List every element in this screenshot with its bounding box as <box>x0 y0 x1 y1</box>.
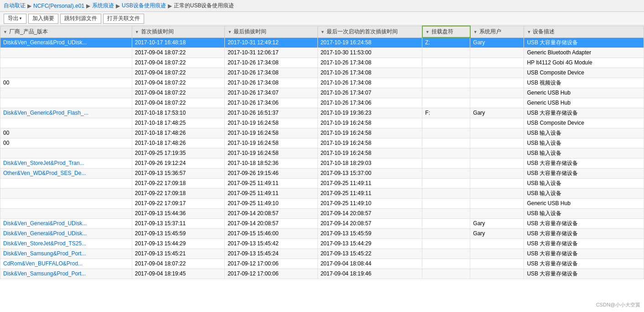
cell-user <box>470 118 524 128</box>
breadcrumb-system-traces[interactable]: 系统痕迹 <box>92 2 114 10</box>
cell-vendor <box>0 48 132 58</box>
table-row[interactable]: Disk&Ven_StoreJet&Prod_TS25...2017-09-13… <box>0 238 644 249</box>
table-row[interactable]: Disk&Ven_Generic&Prod_Flash_...2017-10-1… <box>0 108 644 118</box>
cell-last-boot-plug: 2017-09-25 11:49:11 <box>317 188 422 198</box>
cell-vendor <box>0 118 132 128</box>
cell-first-plug: 2017-10-17 16:48:18 <box>132 37 224 48</box>
table-row[interactable]: Other&Ven_WD&Prod_SES_De...2017-09-13 15… <box>0 168 644 178</box>
cell-user <box>470 259 524 269</box>
table-container[interactable]: ▼ 厂商_产品_版本 ▼ 首次插拔时间 ▼ 最后插拔时间 <box>0 26 644 312</box>
col-header-last-boot-plug[interactable]: ▼ 最后一次启动的首次插拔时间 <box>317 26 422 37</box>
col-header-user[interactable]: ▼ 系统用户 <box>470 26 524 37</box>
cell-desc: USB 输入设备 <box>524 128 644 138</box>
table-row[interactable]: 2017-09-04 18:07:222017-10-31 12:06:1720… <box>0 48 644 58</box>
table-header-row: ▼ 厂商_产品_版本 ▼ 首次插拔时间 ▼ 最后插拔时间 <box>0 26 644 37</box>
cell-mount <box>422 118 470 128</box>
cell-user <box>470 249 524 259</box>
cell-user <box>470 128 524 138</box>
add-summary-button[interactable]: 加入摘要 <box>28 14 58 24</box>
table-row[interactable]: 2017-10-18 17:48:252017-10-19 16:24:5820… <box>0 118 644 128</box>
table-row[interactable]: 002017-10-18 17:48:262017-10-19 16:24:58… <box>0 128 644 138</box>
table-row[interactable]: Disk&Ven_General&Prod_UDisk...2017-09-13… <box>0 228 644 238</box>
cell-last-boot-plug: 2017-10-19 16:24:58 <box>317 148 422 158</box>
col-header-last-plug[interactable]: ▼ 最后插拔时间 <box>225 26 317 37</box>
cell-user <box>470 188 524 198</box>
table-row[interactable]: 2017-09-04 18:07:222017-10-26 17:34:0720… <box>0 88 644 98</box>
table-row[interactable]: 2017-09-13 15:44:362017-09-14 20:08:5720… <box>0 208 644 218</box>
cell-last-boot-plug: 2017-10-26 17:34:06 <box>317 98 422 108</box>
cell-first-plug: 2017-09-04 18:07:22 <box>132 98 224 108</box>
cell-first-plug: 2017-09-13 15:37:11 <box>132 218 224 228</box>
cell-desc: USB Composite Device <box>524 68 644 78</box>
cell-last-boot-plug: 2017-09-14 20:08:57 <box>317 208 422 218</box>
cell-last-boot-plug: 2017-10-19 16:24:58 <box>317 128 422 138</box>
table-row[interactable]: 2017-09-25 17:19:352017-10-19 16:24:5820… <box>0 148 644 158</box>
cell-mount: Z: <box>422 37 470 48</box>
col-header-first-plug[interactable]: ▼ 首次插拔时间 <box>132 26 224 37</box>
export-button[interactable]: 导出 ▼ <box>4 14 26 24</box>
cell-desc: USB 大容量存储设备 <box>524 168 644 178</box>
export-dropdown-arrow: ▼ <box>19 16 22 21</box>
table-body: Disk&Ven_General&Prod_UDisk...2017-10-17… <box>0 37 644 279</box>
cell-mount <box>422 178 470 188</box>
cell-vendor: Disk&Ven_General&Prod_UDisk... <box>0 218 132 228</box>
table-row[interactable]: Disk&Ven_General&Prod_UDisk...2017-10-17… <box>0 37 644 48</box>
cell-first-plug: 2017-09-04 18:07:22 <box>132 259 224 269</box>
cell-last-plug: 2017-09-12 17:00:06 <box>225 269 317 279</box>
cell-last-plug: 2017-10-26 17:34:06 <box>225 98 317 108</box>
goto-source-button[interactable]: 跳转到源文件 <box>60 14 101 24</box>
table-row[interactable]: 2017-09-22 17:09:172017-09-25 11:49:1020… <box>0 198 644 208</box>
table-row[interactable]: 2017-09-22 17:09:182017-09-25 11:49:1120… <box>0 188 644 198</box>
table-row[interactable]: Disk&Ven_Samsung&Prod_Port...2017-09-13 … <box>0 249 644 259</box>
col-header-desc[interactable]: ▼ 设备描述 <box>524 26 644 37</box>
cell-last-boot-plug: 2017-09-25 11:49:11 <box>317 178 422 188</box>
cell-last-plug: 2017-10-19 16:24:58 <box>225 118 317 128</box>
open-related-button[interactable]: 打开关联文件 <box>103 14 144 24</box>
cell-first-plug: 2017-09-04 18:07:22 <box>132 68 224 78</box>
cell-user <box>470 158 524 168</box>
cell-first-plug: 2017-10-18 17:53:10 <box>132 108 224 118</box>
sort-icon-vendor: ▼ <box>3 30 7 34</box>
cell-last-boot-plug: 2017-09-04 18:08:44 <box>317 259 422 269</box>
table-row[interactable]: 2017-09-22 17:09:182017-09-25 11:49:1120… <box>0 178 644 188</box>
cell-first-plug: 2017-10-18 17:48:25 <box>132 118 224 128</box>
cell-mount: F: <box>422 108 470 118</box>
cell-vendor <box>0 148 132 158</box>
breadcrumb-sep-3: ▶ <box>116 3 120 9</box>
cell-last-plug: 2017-10-31 12:06:17 <box>225 48 317 58</box>
cell-last-boot-plug: 2017-10-19 16:24:58 <box>317 138 422 148</box>
export-dropdown[interactable]: 导出 ▼ <box>4 14 26 24</box>
table-row[interactable]: CdRom&Ven_BUFFALO&Prod...2017-09-04 18:0… <box>0 259 644 269</box>
cell-first-plug: 2017-09-04 18:07:22 <box>132 58 224 68</box>
cell-last-boot-plug: 2017-10-19 16:24:58 <box>317 118 422 128</box>
col-header-mount[interactable]: ▼ 挂载盘符 <box>422 26 470 37</box>
cell-mount <box>422 269 470 279</box>
table-row[interactable]: Disk&Ven_StoreJet&Prod_Tran...2017-09-26… <box>0 158 644 168</box>
cell-last-plug: 2017-09-26 19:15:46 <box>225 168 317 178</box>
table-row[interactable]: 2017-09-04 18:07:222017-10-26 17:34:0620… <box>0 98 644 108</box>
cell-vendor <box>0 198 132 208</box>
cell-desc: USB 大容量存储设备 <box>524 259 644 269</box>
cell-desc: Generic Bluetooth Adapter <box>524 48 644 58</box>
table-row[interactable]: 002017-10-18 17:48:262017-10-19 16:24:58… <box>0 138 644 148</box>
table-row[interactable]: 2017-09-04 18:07:222017-10-26 17:34:0820… <box>0 58 644 68</box>
breadcrumb-auto-forensics[interactable]: 自动取证 <box>4 2 26 10</box>
cell-last-boot-plug: 2017-10-30 11:53:00 <box>317 48 422 58</box>
table-row[interactable]: 2017-09-04 18:07:222017-10-26 17:34:0820… <box>0 68 644 78</box>
cell-vendor <box>0 68 132 78</box>
cell-first-plug: 2017-09-04 18:07:22 <box>132 48 224 58</box>
table-row[interactable]: Disk&Ven_Samsung&Prod_Port...2017-09-04 … <box>0 269 644 279</box>
cell-desc: Generic USB Hub <box>524 198 644 208</box>
cell-user <box>470 78 524 88</box>
breadcrumb-usb-traces[interactable]: USB设备使用痕迹 <box>122 2 166 10</box>
table-row[interactable]: 002017-09-04 18:07:222017-10-26 17:34:08… <box>0 78 644 88</box>
breadcrumb-case-file[interactable]: NCFC(Personal).e01 <box>33 3 84 9</box>
cell-last-boot-plug: 2017-09-13 15:45:22 <box>317 249 422 259</box>
cell-last-boot-plug: 2017-10-26 17:34:08 <box>317 68 422 78</box>
cell-desc: USB Composite Device <box>524 118 644 128</box>
cell-vendor <box>0 188 132 198</box>
cell-mount <box>422 198 470 208</box>
col-header-vendor[interactable]: ▼ 厂商_产品_版本 <box>0 26 132 37</box>
table-row[interactable]: Disk&Ven_General&Prod_UDisk...2017-09-13… <box>0 218 644 228</box>
cell-last-plug: 2017-10-26 17:34:08 <box>225 68 317 78</box>
